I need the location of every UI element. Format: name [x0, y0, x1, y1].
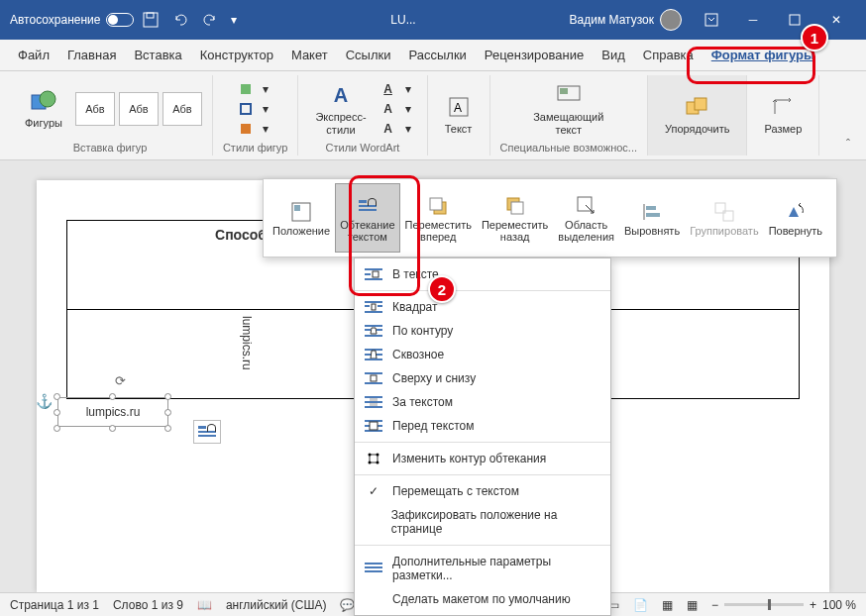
text-fill-button[interactable]: A [379, 80, 397, 98]
wrap-tight[interactable]: По контуру [355, 319, 610, 343]
wordart-styles-button[interactable]: A Экспресс- стили [308, 78, 373, 138]
shape-fill-more[interactable]: ▾ [257, 80, 274, 98]
read-mode-icon[interactable]: 📄 [633, 598, 648, 612]
rotate-handle-icon[interactable]: ⟳ [115, 373, 126, 388]
print-layout-icon[interactable]: ▦ [662, 598, 673, 612]
svg-rect-56 [370, 455, 378, 462]
group-shape-styles: ▾ ▾ ▾ Стили фигур [213, 75, 298, 155]
edit-wrap-points[interactable]: Изменить контур обтекания [355, 447, 610, 470]
arrange-button[interactable]: Упорядочить [658, 90, 736, 138]
selection-pane-icon [574, 193, 599, 219]
shape-effects-button[interactable] [237, 120, 255, 138]
alt-text-button[interactable]: Замещающий текст [526, 78, 610, 138]
shape-effects-more[interactable]: ▾ [257, 120, 274, 138]
group-arrange: Упорядочить [648, 75, 747, 155]
minimize-button[interactable]: ─ [733, 6, 773, 34]
group-accessibility: Замещающий текст Специальные возможнос..… [490, 75, 648, 155]
resize-handle[interactable] [54, 409, 60, 416]
selected-shape[interactable]: ⟳ ⚓ lumpics.ru [57, 391, 186, 461]
svg-rect-34 [372, 304, 376, 310]
collapse-ribbon-icon[interactable]: ˆ [838, 134, 858, 155]
web-layout-icon[interactable]: ▦ [687, 598, 698, 612]
callout-box-2 [349, 175, 420, 296]
tab-home[interactable]: Главная [59, 42, 124, 68]
resize-handle[interactable] [164, 425, 171, 432]
tab-insert[interactable]: Вставка [126, 42, 189, 68]
undo-button[interactable] [167, 7, 193, 33]
page-indicator[interactable]: Страница 1 из 1 [10, 598, 99, 612]
svg-rect-23 [646, 213, 660, 217]
resize-handle[interactable] [164, 393, 171, 400]
move-with-text[interactable]: ✓Перемещать с текстом [355, 479, 610, 503]
wrap-text-menu: В тексте Квадрат По контуру Сквозное Све… [354, 257, 611, 616]
save-button[interactable] [138, 7, 163, 33]
shape-style-1[interactable]: Абв [75, 92, 115, 126]
wrap-through[interactable]: Сквозное [355, 343, 610, 366]
resize-handle[interactable] [109, 393, 116, 400]
align-button[interactable]: Выровнять [619, 183, 685, 253]
svg-point-59 [369, 462, 372, 464]
svg-rect-63 [365, 570, 382, 572]
zoom-control[interactable]: − + 100 % [711, 598, 856, 612]
tab-view[interactable]: Вид [594, 42, 633, 68]
rotate-icon [783, 199, 809, 225]
resize-handle[interactable] [109, 425, 116, 432]
word-count[interactable]: Слово 1 из 9 [113, 598, 183, 612]
tab-layout[interactable]: Макет [283, 42, 336, 68]
text-box[interactable]: lumpics.ru [57, 397, 168, 427]
resize-handle[interactable] [164, 409, 171, 416]
svg-rect-18 [430, 198, 442, 210]
shape-fill-button[interactable] [237, 80, 255, 98]
zoom-out-icon[interactable]: − [711, 598, 718, 612]
group-wordart: A Экспресс- стили A▾ A▾ A▾ Стили WordArt [298, 75, 427, 155]
resize-handle[interactable] [54, 393, 60, 400]
zoom-level[interactable]: 100 % [822, 598, 856, 612]
wrap-behind-icon [365, 395, 382, 409]
wrap-front[interactable]: Перед текстом [355, 414, 610, 438]
tab-design[interactable]: Конструктор [192, 42, 281, 68]
tab-file[interactable]: Файл [10, 42, 57, 68]
tab-mailings[interactable]: Рассылки [400, 42, 474, 68]
tab-references[interactable]: Ссылки [338, 42, 399, 68]
position-icon [288, 199, 314, 225]
position-button[interactable]: Положение [268, 183, 335, 253]
fix-position[interactable]: Зафиксировать положение на странице [355, 503, 610, 541]
shape-style-3[interactable]: Абв [162, 92, 202, 126]
shape-style-2[interactable]: Абв [119, 92, 159, 126]
group-insert-shapes: Фигуры Абв Абв Абв Вставка фигур [8, 75, 213, 155]
callout-box-1 [687, 47, 815, 84]
tab-review[interactable]: Рецензирование [477, 42, 592, 68]
text-button[interactable]: A Текст [438, 90, 480, 138]
svg-rect-3 [790, 15, 800, 25]
shape-outline-button[interactable] [237, 100, 255, 118]
redo-button[interactable] [197, 7, 223, 33]
shapes-button[interactable]: Фигуры [18, 84, 69, 132]
alt-text-icon [555, 81, 583, 109]
layout-options-button[interactable] [193, 420, 221, 444]
user-account[interactable]: Вадим Матузок [570, 9, 682, 31]
spellcheck-icon[interactable]: 📖 [197, 598, 212, 612]
send-backward-button[interactable]: Переместить назад [477, 183, 553, 253]
text-outline-button[interactable]: A [379, 100, 397, 118]
svg-rect-55 [370, 422, 378, 430]
selection-pane-button[interactable]: Область выделения [553, 183, 619, 253]
shape-outline-more[interactable]: ▾ [257, 100, 274, 118]
resize-handle[interactable] [54, 425, 60, 432]
wrap-icon [198, 426, 216, 438]
rotate-button[interactable]: Повернуть [764, 183, 827, 253]
more-layout-options[interactable]: Дополнительные параметры разметки... [355, 550, 610, 587]
zoom-in-icon[interactable]: + [810, 598, 816, 612]
ribbon: Фигуры Абв Абв Абв Вставка фигур ▾ ▾ ▾ С… [0, 71, 866, 160]
bring-forward-icon [425, 193, 451, 219]
wrap-behind[interactable]: За текстом [355, 390, 610, 414]
zoom-slider[interactable] [724, 603, 804, 606]
ribbon-options-button[interactable] [692, 6, 731, 34]
wrap-top-bottom[interactable]: Сверху и снизу [355, 366, 610, 390]
svg-rect-12 [560, 88, 568, 94]
autosave-toggle[interactable]: Автосохранение [10, 13, 134, 27]
language-indicator[interactable]: английский (США) [226, 598, 326, 612]
size-button[interactable]: Размер [757, 90, 809, 138]
wrap-square[interactable]: Квадрат [355, 295, 610, 319]
text-effects-button[interactable]: A [379, 120, 397, 138]
svg-rect-36 [365, 325, 382, 327]
